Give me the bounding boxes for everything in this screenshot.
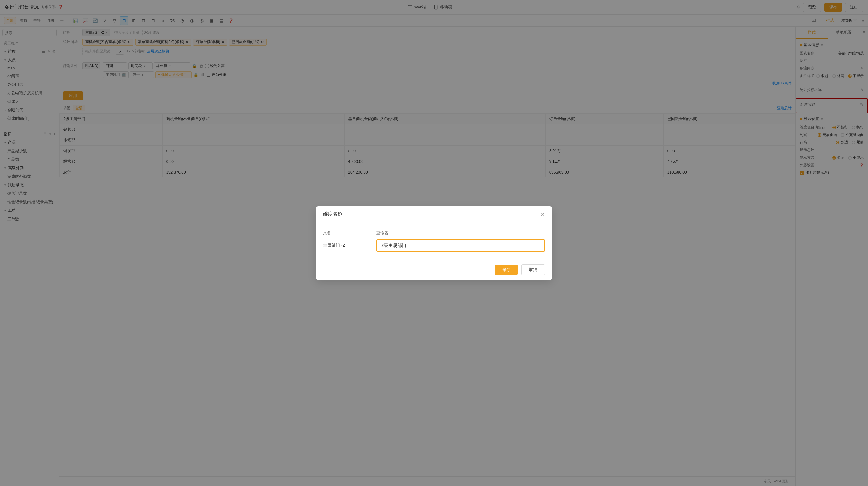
modal-rename-input[interactable] xyxy=(376,239,545,252)
rename-col-label: 重命名 xyxy=(376,230,545,236)
modal-footer: 保存 取消 xyxy=(316,259,552,280)
modal-overlay[interactable]: 维度名称 ✕ 原名 重命名 主属部门 -2 保存 取消 xyxy=(0,0,868,486)
modal-table-header: 原名 重命名 xyxy=(323,230,545,236)
modal-close-btn[interactable]: ✕ xyxy=(540,211,545,218)
modal-cancel-btn[interactable]: 取消 xyxy=(521,264,545,275)
modal-header: 维度名称 ✕ xyxy=(316,206,552,223)
modal-save-btn[interactable]: 保存 xyxy=(495,265,518,275)
modal-title: 维度名称 xyxy=(323,211,342,217)
dimension-name-modal: 维度名称 ✕ 原名 重命名 主属部门 -2 保存 取消 xyxy=(316,206,552,280)
modal-body: 原名 重命名 主属部门 -2 xyxy=(316,223,552,259)
modal-original-value: 主属部门 -2 xyxy=(323,243,372,248)
original-col-label: 原名 xyxy=(323,230,372,236)
modal-data-row: 主属部门 -2 xyxy=(323,239,545,252)
